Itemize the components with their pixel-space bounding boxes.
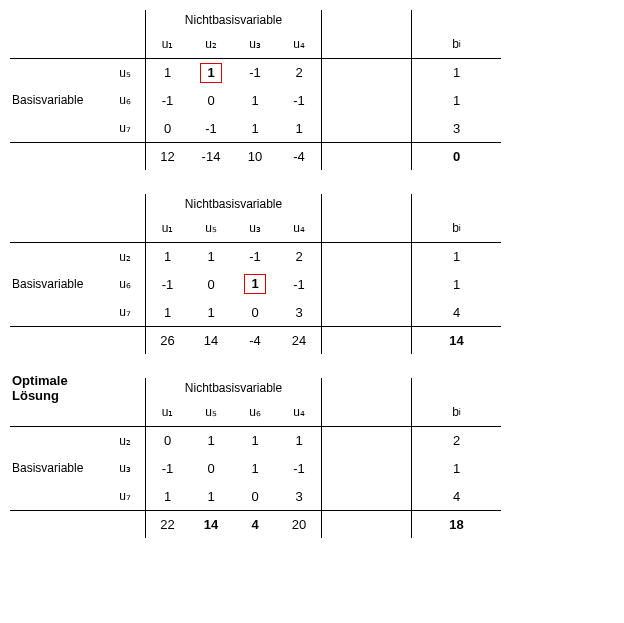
blank	[10, 194, 105, 214]
gap	[321, 270, 411, 298]
z-cell: 14	[189, 326, 233, 354]
b-col-label: bi	[411, 214, 501, 242]
gap	[321, 86, 411, 114]
matrix-cell: -1	[233, 242, 277, 270]
basis-label-cell	[10, 242, 105, 270]
gap	[321, 298, 411, 326]
b-cell: 4	[411, 482, 501, 510]
z-cell: -4	[277, 142, 321, 170]
basis-label-cell: Basisvariable	[10, 270, 105, 298]
basis-label-cell	[10, 298, 105, 326]
basis-var-label: u₇	[105, 482, 145, 510]
matrix-cell: 1	[145, 482, 189, 510]
blank	[10, 214, 105, 242]
matrix-cell: 1	[145, 242, 189, 270]
matrix-cell: 1	[233, 454, 277, 482]
b-cell: 2	[411, 426, 501, 454]
nonbasic-header: Nichtbasisvariable	[145, 194, 321, 214]
basis-var-label: u₂	[105, 242, 145, 270]
gap	[321, 242, 411, 270]
matrix-cell: -1	[277, 454, 321, 482]
matrix-cell: -1	[145, 454, 189, 482]
gap	[321, 326, 411, 354]
blank	[105, 142, 145, 170]
basis-label-cell	[10, 58, 105, 86]
matrix-cell: 0	[189, 454, 233, 482]
matrix-cell: 1	[189, 58, 233, 86]
optimal-label: Optimale Lösung	[10, 378, 105, 398]
basis-label-cell	[10, 482, 105, 510]
z-value: 18	[411, 510, 501, 538]
z-cell: 12	[145, 142, 189, 170]
gap	[321, 114, 411, 142]
z-value: 14	[411, 326, 501, 354]
z-cell: 22	[145, 510, 189, 538]
gap	[321, 398, 411, 426]
matrix-cell: 2	[277, 58, 321, 86]
b-cell: 1	[411, 86, 501, 114]
matrix-cell: 1	[145, 298, 189, 326]
matrix-cell: 0	[233, 298, 277, 326]
basis-var-label: u₆	[105, 86, 145, 114]
matrix-cell: -1	[277, 270, 321, 298]
blank	[105, 194, 145, 214]
matrix-cell: 1	[277, 114, 321, 142]
basis-var-label: u₃	[105, 454, 145, 482]
matrix-cell: 1	[189, 426, 233, 454]
matrix-cell: 1	[233, 270, 277, 298]
matrix-cell: 1	[189, 482, 233, 510]
simplex-tableau: Nichtbasisvariableu₁u₂u₃u₄biu₅11-121Basi…	[10, 10, 614, 170]
matrix-cell: -1	[145, 270, 189, 298]
b-cell: 1	[411, 58, 501, 86]
matrix-cell: -1	[233, 58, 277, 86]
matrix-cell: 1	[233, 86, 277, 114]
basis-var-label: u₅	[105, 58, 145, 86]
basis-label-cell: Basisvariable	[10, 454, 105, 482]
blank	[10, 326, 105, 354]
gap	[321, 510, 411, 538]
nonbasic-header: Nichtbasisvariable	[145, 378, 321, 398]
matrix-cell: -1	[189, 114, 233, 142]
pivot-element: 1	[200, 63, 221, 83]
nbv-col-label: u₄	[277, 398, 321, 426]
matrix-cell: 1	[189, 242, 233, 270]
simplex-tableau: Optimale LösungNichtbasisvariableu₁u₅u₆u…	[10, 378, 614, 538]
simplex-tableau: Nichtbasisvariableu₁u₅u₃u₄biu₂11-121Basi…	[10, 194, 614, 354]
gap	[321, 194, 411, 214]
blank	[10, 30, 105, 58]
basis-label-cell	[10, 114, 105, 142]
b-cell: 1	[411, 454, 501, 482]
blank	[105, 398, 145, 426]
nbv-col-label: u₄	[277, 30, 321, 58]
basis-var-label: u₇	[105, 298, 145, 326]
gap	[321, 30, 411, 58]
matrix-cell: 0	[145, 114, 189, 142]
matrix-cell: 1	[277, 426, 321, 454]
blank	[10, 142, 105, 170]
pivot-element: 1	[244, 274, 265, 294]
blank	[10, 10, 105, 30]
basis-label-cell: Basisvariable	[10, 86, 105, 114]
matrix-cell: 0	[189, 86, 233, 114]
gap	[321, 142, 411, 170]
gap	[321, 454, 411, 482]
blank	[105, 326, 145, 354]
blank	[105, 510, 145, 538]
matrix-cell: 1	[145, 58, 189, 86]
blank	[105, 378, 145, 398]
z-cell: 24	[277, 326, 321, 354]
basis-header: Basisvariable	[12, 93, 83, 107]
gap	[321, 214, 411, 242]
blank	[411, 10, 501, 30]
matrix-cell: 3	[277, 482, 321, 510]
blank	[10, 398, 105, 426]
blank	[105, 10, 145, 30]
matrix-cell: 0	[145, 426, 189, 454]
b-cell: 4	[411, 298, 501, 326]
blank	[10, 510, 105, 538]
nbv-col-label: u₁	[145, 214, 189, 242]
basis-var-label: u₆	[105, 270, 145, 298]
b-cell: 1	[411, 242, 501, 270]
matrix-cell: 1	[233, 114, 277, 142]
z-cell: 14	[189, 510, 233, 538]
